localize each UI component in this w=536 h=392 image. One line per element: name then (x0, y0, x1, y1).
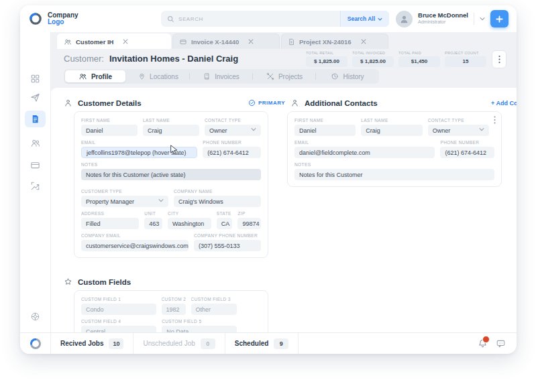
sidebar-item-customers[interactable] (25, 135, 46, 151)
close-icon[interactable] (361, 39, 366, 44)
tab-invoices[interactable]: Invoices (191, 70, 252, 82)
tab-projects[interactable]: Projects (254, 70, 315, 82)
tab-history[interactable]: History (317, 70, 378, 82)
sidebar-item-payments[interactable] (25, 157, 46, 174)
first-name-input[interactable]: Daniel (294, 125, 356, 136)
user-avatar[interactable] (396, 11, 413, 27)
phone-field: PHONE NUMBER (621) 674-6412 (203, 140, 261, 158)
chat-icon[interactable] (496, 338, 506, 348)
received-jobs-filter[interactable]: Recived Jobs 10 (50, 333, 133, 354)
dashboard-icon (30, 74, 40, 84)
unit-input[interactable]: 463 (144, 218, 162, 229)
spacer (242, 319, 261, 333)
city-input[interactable]: Washington (168, 218, 211, 229)
logo-line2: Logo (48, 19, 78, 25)
tab-project[interactable]: Project XN-24016 (281, 34, 388, 49)
global-search: Search All (161, 11, 389, 27)
stat-total-invoiced: TOTAL INVOICED $ 1,825.00 (352, 51, 394, 67)
person-icon (290, 99, 299, 107)
phone-input[interactable]: (621) 674-6412 (440, 147, 494, 158)
chevron-down-icon (378, 17, 382, 21)
zip-field: ZIP 99874 (237, 211, 261, 229)
custom-field-5: CUSTOM FIELD 5 No Data (162, 319, 237, 333)
last-name-field: LAST NAME Craig (361, 118, 422, 136)
customer-details-card: FIRST NAME Daniel LAST NAME Craig CONTAC… (74, 111, 268, 258)
sidebar-item-web[interactable] (25, 308, 46, 325)
user-menu-chevron[interactable] (480, 17, 485, 21)
trend-chart-icon (30, 181, 40, 191)
unscheduled-jobs-filter[interactable]: Unscheduled Job 0 (133, 333, 224, 354)
chevron-down-icon (251, 127, 256, 131)
customer-details-header: Customer Details PRIMARY (64, 99, 285, 107)
custom-field-1-input[interactable]: Condo (81, 304, 156, 315)
contact-card-menu[interactable] (494, 116, 496, 124)
company-email-input[interactable]: customerservice@craigswindows.com (81, 240, 189, 251)
contact-type-select[interactable]: Owner (428, 125, 489, 136)
custom-fields-header: Custom Fields (64, 277, 285, 286)
customer-actions-menu[interactable] (492, 50, 506, 68)
sidebar-item-documents[interactable] (25, 111, 46, 127)
close-icon[interactable] (123, 39, 128, 44)
notes-field: NOTES Notes for this Customer (294, 162, 494, 180)
search-scope-label: Search All (347, 15, 375, 22)
email-input[interactable]: jeffcollins1978@telepop (hover state) (81, 147, 197, 158)
notes-input[interactable]: Notes for this Customer (active state) (81, 169, 261, 180)
notifications-bell-icon[interactable] (478, 338, 488, 348)
stat-total-retail: TOTAL RETAIL $ 1,825.00 (306, 51, 347, 67)
tab-label: Customer IH (76, 38, 113, 46)
person-icon (64, 99, 72, 107)
notes-input[interactable]: Notes for this Customer (294, 169, 494, 180)
tab-customer[interactable]: Customer IH (57, 34, 171, 49)
customers-icon (30, 138, 41, 148)
history-clock-icon (331, 72, 339, 80)
tools-icon (266, 72, 274, 80)
custom-field-2: CUSTOM 2 1982 (162, 297, 186, 315)
customer-type-select[interactable]: Property Manager (81, 196, 168, 207)
customer-type-field: CUSTOMER TYPE Property Manager (81, 189, 168, 207)
tab-label: Locations (150, 73, 178, 80)
mouse-cursor-icon (170, 145, 178, 155)
company-logo[interactable]: Company Logo (20, 11, 115, 26)
phone-input[interactable]: (621) 674-6412 (203, 147, 261, 158)
profile-tabs: Profile Locations Invoices (64, 69, 379, 84)
zip-input[interactable]: 99874 (237, 218, 261, 229)
last-name-input[interactable]: Craig (143, 125, 199, 136)
tab-invoice[interactable]: Invoice X-14440 (172, 34, 280, 49)
custom-field-3-input[interactable]: Other (191, 304, 237, 315)
search-scope-dropdown[interactable]: Search All (340, 11, 389, 27)
user-zone: Bruce McDonnel Administrator (396, 10, 517, 27)
contact-type-select[interactable]: Owner (205, 125, 261, 136)
tab-profile[interactable]: Profile (65, 70, 125, 82)
profile-icon (78, 72, 87, 80)
search-input[interactable] (174, 16, 340, 22)
stat-project-count: PROJECT COUNT 15 (445, 51, 486, 67)
top-header: Company Logo Search All (20, 5, 517, 32)
tab-label: Projects (278, 73, 303, 80)
custom-field-3: CUSTOM FIELD 3 Other (191, 297, 237, 315)
customer-name: Invitation Homes - Daniel Craig (109, 54, 238, 64)
last-name-input[interactable]: Craig (361, 125, 422, 136)
sidebar-item-dashboard[interactable] (25, 70, 46, 87)
email-input[interactable]: daniel@fieldcomplete.com (294, 147, 435, 158)
sidebar-item-reports[interactable] (25, 178, 46, 194)
custom-field-2-input[interactable]: 1982 (162, 304, 186, 315)
spacer (242, 297, 261, 315)
scheduled-jobs-count: 9 (274, 338, 288, 349)
company-name-input[interactable]: Craig's Windows (174, 196, 261, 207)
custom-fields-card: CUSTOM FIELD 1 Condo CUSTOM 2 1982 CUSTO… (74, 290, 268, 333)
document-icon (30, 114, 40, 124)
company-phone-input[interactable]: (307) 555-0133 (194, 240, 261, 251)
tab-locations[interactable]: Locations (128, 70, 189, 82)
scheduled-jobs-filter[interactable]: Scheduled 9 (225, 333, 299, 354)
add-new-button[interactable] (490, 10, 508, 27)
sidebar-item-dispatch[interactable] (25, 89, 46, 106)
add-contact-button[interactable]: + Add Contact (491, 100, 517, 107)
state-input[interactable]: CA (217, 218, 233, 229)
custom-field-4: CUSTOM FIELD 4 Central (81, 319, 156, 333)
first-name-input[interactable]: Daniel (81, 125, 138, 136)
close-icon[interactable] (248, 39, 254, 44)
credit-card-icon (179, 38, 187, 46)
primary-badge[interactable]: PRIMARY (248, 99, 285, 107)
address-input[interactable]: Filled (81, 218, 139, 229)
spinner-logo-icon (28, 11, 43, 26)
